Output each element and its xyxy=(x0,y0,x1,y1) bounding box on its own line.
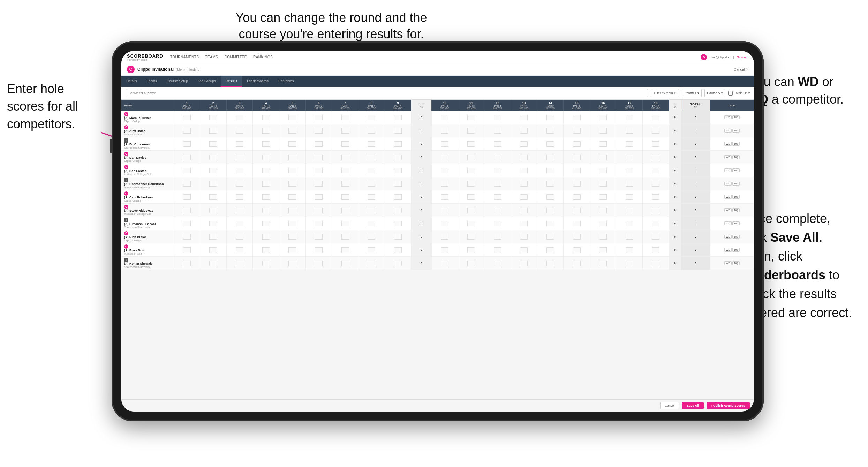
hole-6-score-input[interactable] xyxy=(315,168,323,173)
hole-2-score-cell[interactable] xyxy=(200,257,227,270)
hole-12-score-cell[interactable] xyxy=(484,177,511,190)
hole-10-score-cell[interactable] xyxy=(432,257,458,270)
hole-16-score-cell[interactable] xyxy=(590,230,616,243)
hole-18-score-cell[interactable] xyxy=(643,217,669,230)
hole-14-score-input[interactable] xyxy=(546,141,554,147)
hole-8-score-cell[interactable] xyxy=(358,137,385,151)
hole-4-score-cell[interactable] xyxy=(253,164,279,177)
hole-15-score-cell[interactable] xyxy=(564,243,590,257)
hole-5-score-input[interactable] xyxy=(288,141,296,147)
hole-13-score-input[interactable] xyxy=(520,128,528,134)
hole-5-score-input[interactable] xyxy=(288,221,296,226)
hole-1-score-cell[interactable] xyxy=(174,111,200,124)
hole-8-score-input[interactable] xyxy=(368,141,375,147)
hole-6-score-input[interactable] xyxy=(315,221,323,226)
hole-5-score-cell[interactable] xyxy=(279,124,306,137)
hole-17-score-input[interactable] xyxy=(626,261,633,266)
hole-10-score-input[interactable] xyxy=(441,194,448,200)
hole-1-score-cell[interactable] xyxy=(174,204,200,217)
hole-9-score-input[interactable] xyxy=(394,155,402,160)
hole-14-score-cell[interactable] xyxy=(537,190,564,204)
hole-2-score-input[interactable] xyxy=(209,194,217,200)
hole-10-score-cell[interactable] xyxy=(432,217,458,230)
hole-17-score-cell[interactable] xyxy=(616,137,643,151)
hole-18-score-input[interactable] xyxy=(652,168,659,173)
hole-16-score-input[interactable] xyxy=(599,261,607,266)
hole-11-score-cell[interactable] xyxy=(458,177,484,190)
hole-9-score-input[interactable] xyxy=(394,208,402,213)
hole-1-score-input[interactable] xyxy=(183,234,191,240)
hole-4-score-input[interactable] xyxy=(262,194,270,200)
hole-15-score-cell[interactable] xyxy=(564,177,590,190)
wd-button[interactable]: WD xyxy=(724,142,732,146)
sign-out-link[interactable]: Sign out xyxy=(737,55,748,59)
dq-button[interactable]: DQ xyxy=(732,235,740,239)
hole-16-score-cell[interactable] xyxy=(590,204,616,217)
hole-9-score-input[interactable] xyxy=(394,247,402,253)
hole-10-score-input[interactable] xyxy=(441,234,448,240)
hole-1-score-cell[interactable] xyxy=(174,177,200,190)
hole-6-score-input[interactable] xyxy=(315,128,323,134)
hole-15-score-cell[interactable] xyxy=(564,164,590,177)
hole-14-score-cell[interactable] xyxy=(537,243,564,257)
hole-11-score-cell[interactable] xyxy=(458,164,484,177)
hole-7-score-input[interactable] xyxy=(341,155,349,160)
hole-14-score-cell[interactable] xyxy=(537,124,564,137)
hole-13-score-input[interactable] xyxy=(520,261,528,266)
hole-1-score-input[interactable] xyxy=(183,208,191,213)
hole-13-score-cell[interactable] xyxy=(511,217,537,230)
hole-6-score-input[interactable] xyxy=(315,234,323,240)
hole-10-score-cell[interactable] xyxy=(432,164,458,177)
hole-3-score-input[interactable] xyxy=(236,234,243,240)
hole-14-score-cell[interactable] xyxy=(537,204,564,217)
hole-12-score-cell[interactable] xyxy=(484,137,511,151)
hole-17-score-cell[interactable] xyxy=(616,257,643,270)
hole-8-score-input[interactable] xyxy=(368,221,375,226)
hole-5-score-cell[interactable] xyxy=(279,230,306,243)
hole-1-score-cell[interactable] xyxy=(174,151,200,164)
hole-5-score-cell[interactable] xyxy=(279,151,306,164)
hole-7-score-cell[interactable] xyxy=(332,204,358,217)
hole-2-score-cell[interactable] xyxy=(200,190,227,204)
hole-17-score-cell[interactable] xyxy=(616,164,643,177)
hole-18-score-input[interactable] xyxy=(652,247,659,253)
hole-8-score-input[interactable] xyxy=(368,155,375,160)
hole-4-score-input[interactable] xyxy=(262,221,270,226)
hole-15-score-cell[interactable] xyxy=(564,204,590,217)
hole-2-score-input[interactable] xyxy=(209,234,217,240)
hole-6-score-cell[interactable] xyxy=(305,151,332,164)
hole-10-score-cell[interactable] xyxy=(432,111,458,124)
hole-7-score-cell[interactable] xyxy=(332,137,358,151)
hole-14-score-cell[interactable] xyxy=(537,111,564,124)
hole-17-score-cell[interactable] xyxy=(616,230,643,243)
hole-16-score-input[interactable] xyxy=(599,247,607,253)
hole-12-score-input[interactable] xyxy=(494,208,501,213)
hole-18-score-cell[interactable] xyxy=(643,124,669,137)
hole-2-score-cell[interactable] xyxy=(200,204,227,217)
hole-7-score-input[interactable] xyxy=(341,194,349,200)
hole-4-score-input[interactable] xyxy=(262,208,270,213)
cancel-tournament-button[interactable]: Cancel ✕ xyxy=(734,68,748,71)
hole-3-score-input[interactable] xyxy=(236,155,243,160)
hole-14-score-input[interactable] xyxy=(546,168,554,173)
hole-15-score-cell[interactable] xyxy=(564,230,590,243)
hole-18-score-cell[interactable] xyxy=(643,230,669,243)
hole-8-score-input[interactable] xyxy=(368,194,375,200)
hole-2-score-input[interactable] xyxy=(209,261,217,266)
wd-button[interactable]: WD xyxy=(724,221,732,225)
hole-2-score-cell[interactable] xyxy=(200,243,227,257)
hole-15-score-input[interactable] xyxy=(573,168,581,173)
hole-14-score-input[interactable] xyxy=(546,247,554,253)
hole-2-score-cell[interactable] xyxy=(200,217,227,230)
hole-6-score-input[interactable] xyxy=(315,155,323,160)
hole-4-score-cell[interactable] xyxy=(253,137,279,151)
hole-12-score-input[interactable] xyxy=(494,115,501,120)
hole-9-score-cell[interactable] xyxy=(385,217,411,230)
hole-4-score-cell[interactable] xyxy=(253,151,279,164)
hole-17-score-cell[interactable] xyxy=(616,177,643,190)
hole-8-score-cell[interactable] xyxy=(358,230,385,243)
hole-12-score-cell[interactable] xyxy=(484,151,511,164)
hole-15-score-input[interactable] xyxy=(573,181,581,187)
hole-8-score-input[interactable] xyxy=(368,247,375,253)
hole-17-score-input[interactable] xyxy=(626,221,633,226)
